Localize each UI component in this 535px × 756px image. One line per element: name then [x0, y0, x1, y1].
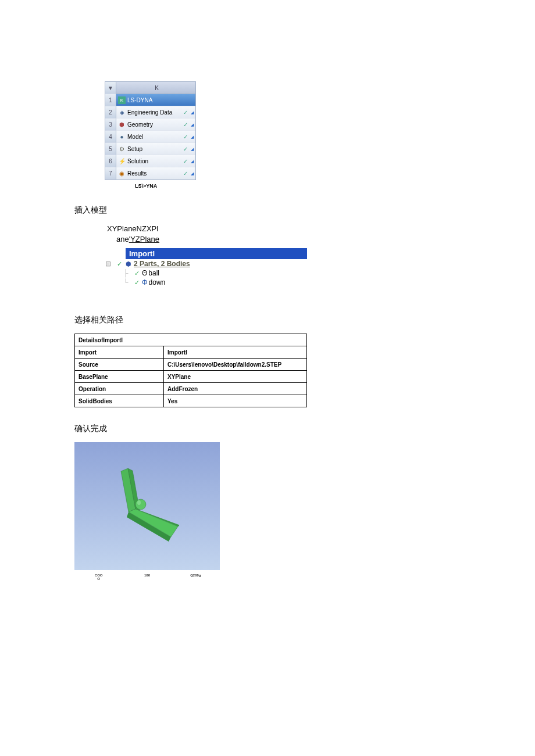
- table-row: SourceC:\Users\lenovo\Desktop\falldown2.…: [75, 359, 307, 371]
- scale-b: 100: [123, 574, 171, 581]
- detail-key: Import: [75, 346, 164, 359]
- solution-icon: ⚡: [118, 157, 126, 165]
- row-label: Geometry: [127, 119, 181, 131]
- table-row: ImportImportl: [75, 346, 307, 359]
- data-icon: ◈: [118, 109, 126, 116]
- details-table: DetailsofImportl ImportImportl SourceC:\…: [74, 334, 307, 407]
- parts-bodies-link[interactable]: 2 Parts, 2 Bodies: [134, 260, 190, 268]
- detail-key: BasePlane: [75, 371, 164, 383]
- table-row: OperationAddFrozen: [75, 383, 307, 395]
- check-icon: ✓: [115, 260, 123, 268]
- row-label: Model: [127, 131, 181, 143]
- row-num: 6: [105, 155, 116, 167]
- lsdyna-icon: K: [118, 96, 126, 104]
- heading-insert-model: 插入模型: [74, 205, 535, 216]
- detail-key: Operation: [75, 383, 164, 395]
- plane-text-line2: ane: [116, 235, 129, 243]
- plane-text-line1: XYPlaneNZXPl: [107, 224, 535, 234]
- heading-confirm: 确认完成: [74, 424, 535, 434]
- geometry-icon: ⬢: [118, 121, 126, 128]
- expand-icon: ◢: [191, 155, 195, 167]
- detail-value[interactable]: C:\Users\lenovo\Desktop\falldown2.STEP: [164, 359, 307, 371]
- header-letter: K: [116, 82, 195, 94]
- heading-select-path: 选择相关路径: [74, 315, 535, 325]
- geometry-model: [115, 468, 179, 544]
- model-icon: ●: [118, 133, 126, 141]
- row-label: Engineering Data: [127, 106, 181, 119]
- scale-c: Q200g: [172, 574, 220, 581]
- row-num: 4: [105, 131, 116, 143]
- results-icon: ◉: [118, 170, 126, 177]
- expand-icon: ◢: [191, 143, 195, 155]
- setup-icon: ⚙: [118, 145, 126, 153]
- import-node-selected[interactable]: Importl: [126, 248, 307, 259]
- system-table: ▼ K 1 KLS-DYNA 2 ◈Engineering Data✓◢ 3 ⬢…: [105, 81, 196, 180]
- check-icon: ✓: [183, 155, 189, 167]
- geometry-viewport[interactable]: [74, 442, 220, 570]
- theta-icon: Θ: [142, 269, 147, 277]
- detail-value[interactable]: AddFrozen: [164, 383, 307, 395]
- row-num: 2: [105, 106, 116, 119]
- system-row[interactable]: 2 ◈Engineering Data✓◢: [105, 106, 195, 119]
- detail-value[interactable]: Yes: [164, 395, 307, 407]
- detail-key: SolidBodies: [75, 395, 164, 407]
- svg-point-5: [135, 499, 146, 510]
- tree-branch-icon: └: [120, 278, 131, 286]
- row-label: Results: [127, 167, 181, 180]
- tree-branch-icon: ├: [120, 269, 131, 277]
- parts-icon: ⬢: [124, 260, 133, 268]
- tree-expand-icon[interactable]: ⊟: [102, 260, 114, 268]
- expand-icon: ◢: [191, 106, 195, 119]
- system-row[interactable]: 7 ◉Results✓◢: [105, 167, 195, 180]
- check-icon: ✓: [183, 143, 189, 155]
- system-caption: LS\>YNA: [135, 183, 535, 189]
- system-row[interactable]: 5 ⚙Setup✓◢: [105, 143, 195, 155]
- tree-item-ball[interactable]: ball: [148, 269, 159, 277]
- yzplane-link[interactable]: 'YZPlane: [129, 235, 159, 243]
- system-row[interactable]: 4 ●Model✓◢: [105, 131, 195, 143]
- scale-a2: O: [97, 577, 100, 581]
- check-icon: ✓: [183, 119, 189, 131]
- details-title: DetailsofImportl: [75, 334, 307, 346]
- system-row[interactable]: 6 ⚡Solution✓◢: [105, 155, 195, 167]
- dropdown-cell[interactable]: ▼: [105, 82, 116, 94]
- expand-icon: ◢: [191, 119, 195, 131]
- check-icon: ✓: [183, 106, 189, 119]
- expand-icon: ◢: [191, 167, 195, 180]
- system-row[interactable]: 1 KLS-DYNA: [105, 94, 195, 106]
- row-num: 1: [105, 94, 116, 106]
- check-icon: ✓: [133, 278, 141, 286]
- row-label: Solution: [127, 155, 181, 167]
- tree-item-down[interactable]: down: [149, 278, 166, 286]
- detail-key: Source: [75, 359, 164, 371]
- scale-bar: COOO 100 Q200g: [74, 574, 220, 581]
- check-icon: ✓: [183, 131, 189, 143]
- check-icon: ✓: [183, 167, 189, 180]
- row-num: 3: [105, 119, 116, 131]
- detail-value[interactable]: Importl: [164, 346, 307, 359]
- row-num: 5: [105, 143, 116, 155]
- expand-icon: ◢: [191, 131, 195, 143]
- row-num: 7: [105, 167, 116, 180]
- detail-value[interactable]: XYPlane: [164, 371, 307, 383]
- row-label: Setup: [127, 143, 181, 155]
- svg-point-6: [137, 500, 141, 505]
- table-row: SolidBodiesYes: [75, 395, 307, 407]
- system-row[interactable]: 3 ⬢Geometry✓◢: [105, 119, 195, 131]
- check-icon: ✓: [133, 269, 141, 277]
- table-row: BasePlaneXYPlane: [75, 371, 307, 383]
- geometry-tree: Importl ⊟ ✓ ⬢ 2 Parts, 2 Bodies ├ ✓ Θ ba…: [102, 248, 309, 287]
- phi-icon: Φ: [142, 278, 148, 286]
- row-label: LS-DYNA: [127, 94, 152, 106]
